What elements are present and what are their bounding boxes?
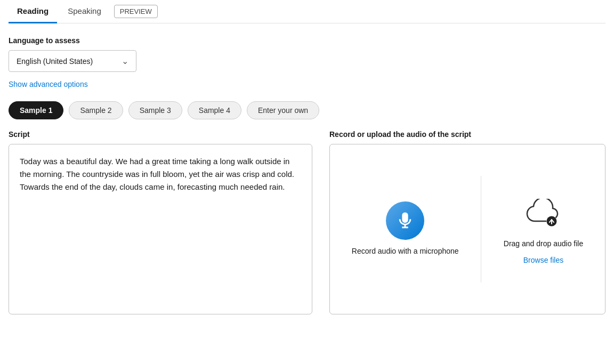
tab-preview[interactable]: PREVIEW	[114, 5, 158, 18]
sample-pill-enter-own[interactable]: Enter your own	[247, 101, 319, 119]
drag-drop-option[interactable]: Drag and drop audio file Browse files	[504, 194, 583, 264]
language-dropdown[interactable]: English (United States) ⌄	[9, 50, 136, 72]
script-section: Script Today was a beautiful day. We had…	[9, 130, 312, 314]
show-advanced-link[interactable]: Show advanced options	[9, 80, 88, 88]
content-row: Script Today was a beautiful day. We had…	[9, 130, 605, 314]
cloud-upload-icon-wrapper	[524, 194, 562, 232]
browse-files-link[interactable]: Browse files	[523, 256, 563, 264]
drag-label: Drag and drop audio file	[504, 239, 583, 249]
script-title: Script	[9, 130, 312, 139]
upload-section: Record or upload the audio of the script…	[329, 130, 605, 314]
script-box: Today was a beautiful day. We had a grea…	[9, 144, 312, 314]
language-selected-value: English (United States)	[17, 57, 93, 66]
vertical-divider	[481, 176, 481, 282]
upload-title: Record or upload the audio of the script	[329, 130, 605, 139]
cloud-upload-icon	[526, 199, 560, 228]
sample-pill-2[interactable]: Sample 2	[69, 101, 123, 119]
sample-pill-1[interactable]: Sample 1	[9, 101, 63, 119]
tabs-container: Reading Speaking PREVIEW	[9, 0, 605, 23]
language-label: Language to assess	[9, 36, 605, 45]
microphone-icon	[396, 212, 414, 230]
tab-reading[interactable]: Reading	[9, 0, 57, 23]
record-option[interactable]: Record audio with a microphone	[352, 201, 459, 257]
upload-box: Record audio with a microphone	[329, 144, 605, 314]
microphone-icon-wrapper	[386, 201, 424, 240]
sample-pill-4[interactable]: Sample 4	[188, 101, 241, 119]
sample-pill-3[interactable]: Sample 3	[128, 101, 182, 119]
chevron-down-icon: ⌄	[122, 56, 128, 66]
samples-row: Sample 1 Sample 2 Sample 3 Sample 4 Ente…	[9, 101, 605, 119]
tab-speaking[interactable]: Speaking	[59, 0, 110, 23]
record-label: Record audio with a microphone	[352, 246, 459, 257]
